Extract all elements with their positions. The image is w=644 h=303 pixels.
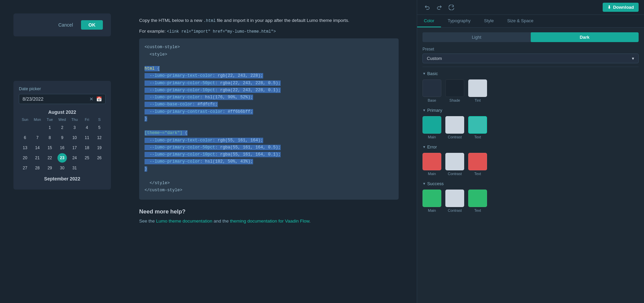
preset-select[interactable]: Custom ▾ bbox=[422, 54, 639, 63]
cal-day[interactable]: 9 bbox=[57, 133, 67, 142]
error-group: Error Main Contrast Text bbox=[422, 144, 639, 176]
swatch-error-contrast[interactable]: Contrast bbox=[445, 153, 464, 176]
code-block[interactable]: <custom-style> <style> html { --lumo-pri… bbox=[139, 38, 399, 199]
cal-day-selected[interactable]: 23 bbox=[57, 153, 67, 163]
basic-group-header: Basic bbox=[422, 71, 639, 76]
cal-day[interactable]: 3 bbox=[70, 123, 79, 132]
dark-mode-btn[interactable]: Dark bbox=[531, 32, 639, 42]
cal-day[interactable]: 12 bbox=[95, 133, 104, 142]
tab-size-space[interactable]: Size & Space bbox=[500, 15, 540, 27]
cal-day[interactable]: 4 bbox=[82, 123, 92, 132]
cal-day[interactable]: 6 bbox=[20, 133, 30, 142]
swatch-box-success-contrast bbox=[445, 190, 464, 207]
swatch-label-primary-main: Main bbox=[428, 135, 436, 139]
cal-day[interactable]: 21 bbox=[33, 153, 42, 163]
success-group: Success Main Contrast Text bbox=[422, 181, 639, 212]
basic-label: Basic bbox=[427, 71, 438, 76]
swatch-primary-contrast[interactable]: Contrast bbox=[445, 116, 464, 139]
basic-swatch-row: Base Shade Tint bbox=[422, 79, 639, 102]
cal-day[interactable]: 15 bbox=[45, 143, 54, 153]
swatch-success-contrast[interactable]: Contrast bbox=[445, 190, 464, 212]
preset-value: Custom bbox=[427, 56, 442, 61]
swatch-label-success-contrast: Contrast bbox=[448, 208, 462, 212]
cal-day[interactable]: 29 bbox=[45, 163, 54, 173]
ok-button[interactable]: OK bbox=[81, 20, 103, 30]
swatch-base[interactable]: Base bbox=[422, 79, 441, 102]
calendar-icon[interactable]: 📅 bbox=[96, 96, 102, 102]
primary-swatch-row: Main Contrast Text bbox=[422, 116, 639, 139]
tab-typography[interactable]: Typography bbox=[441, 15, 477, 27]
month-header-sep: September 2022 bbox=[19, 176, 106, 181]
preset-label: Preset bbox=[422, 47, 639, 52]
cal-day[interactable]: 31 bbox=[70, 163, 79, 173]
swatch-box-tint bbox=[468, 79, 487, 97]
cal-day[interactable]: 17 bbox=[70, 143, 79, 153]
month-header-aug: August 2022 bbox=[19, 109, 106, 115]
cal-day[interactable]: 18 bbox=[82, 143, 92, 153]
cal-day[interactable]: 13 bbox=[20, 143, 30, 153]
left-panel: Cancel OK Date picker 8/23/2022 ✕ 📅 Augu… bbox=[0, 0, 417, 303]
cal-day[interactable]: 20 bbox=[20, 153, 30, 163]
undo-button[interactable] bbox=[422, 3, 432, 12]
swatches-panel[interactable]: Basic Base Shade Tint Primary bbox=[417, 71, 644, 303]
datepicker-input[interactable]: 8/23/2022 ✕ 📅 bbox=[19, 94, 106, 104]
error-swatch-row: Main Contrast Text bbox=[422, 153, 639, 176]
days-of-week: Sun Mon Tue Wed Thu Fri S bbox=[19, 117, 106, 122]
swatch-error-text[interactable]: Text bbox=[468, 153, 487, 176]
mode-toggle: Light Dark bbox=[422, 32, 639, 42]
swatch-tint[interactable]: Tint bbox=[468, 79, 487, 102]
download-button[interactable]: ⬇ Download bbox=[603, 3, 639, 12]
chevron-down-icon: ▾ bbox=[632, 56, 634, 61]
cal-day[interactable]: 25 bbox=[82, 153, 92, 163]
redo-button[interactable] bbox=[435, 3, 444, 12]
cal-day[interactable]: 10 bbox=[70, 133, 79, 142]
light-mode-btn[interactable]: Light bbox=[422, 32, 531, 42]
swatch-box-shade bbox=[445, 79, 464, 97]
clear-icon[interactable]: ✕ bbox=[89, 96, 93, 102]
refresh-button[interactable] bbox=[447, 3, 456, 12]
cal-day[interactable]: 1 bbox=[45, 123, 54, 132]
cal-day[interactable]: 8 bbox=[45, 133, 54, 142]
cal-day[interactable]: 30 bbox=[57, 163, 67, 173]
vaadin-doc-link[interactable]: theming documentation for Vaadin Flow bbox=[230, 218, 309, 224]
cal-day[interactable]: 11 bbox=[82, 133, 92, 142]
swatch-success-main[interactable]: Main bbox=[422, 190, 441, 212]
cal-day[interactable]: 28 bbox=[33, 163, 42, 173]
swatch-label-shade: Shade bbox=[449, 98, 460, 102]
need-help-title: Need more help? bbox=[139, 208, 399, 215]
need-help-text3: . bbox=[309, 218, 311, 224]
swatch-label-error-main: Main bbox=[428, 172, 436, 176]
cal-day[interactable]: 19 bbox=[95, 143, 104, 153]
swatch-primary-main[interactable]: Main bbox=[422, 116, 441, 139]
cal-day[interactable]: 2 bbox=[57, 123, 67, 132]
cal-day[interactable]: 26 bbox=[95, 153, 104, 163]
error-group-header: Error bbox=[422, 144, 639, 149]
tab-color[interactable]: Color bbox=[417, 15, 441, 27]
cal-day[interactable]: 22 bbox=[45, 153, 54, 163]
success-swatch-row: Main Contrast Text bbox=[422, 190, 639, 212]
swatch-label-success-main: Main bbox=[428, 208, 436, 212]
cal-day[interactable]: 24 bbox=[70, 153, 79, 163]
intro-code: .html bbox=[204, 19, 216, 23]
tab-style[interactable]: Style bbox=[477, 15, 500, 27]
swatch-primary-text[interactable]: Text bbox=[468, 116, 487, 139]
basic-group: Basic Base Shade Tint bbox=[422, 71, 639, 102]
cal-day[interactable]: 27 bbox=[20, 163, 30, 173]
datepicker-value: 8/23/2022 bbox=[23, 96, 43, 102]
swatch-label-base: Base bbox=[428, 98, 436, 102]
swatch-box-success-text bbox=[468, 190, 487, 207]
swatch-box-error-main bbox=[422, 153, 441, 170]
swatch-shade[interactable]: Shade bbox=[445, 79, 464, 102]
toolbar-left bbox=[422, 3, 456, 12]
lumo-doc-link[interactable]: Lumo theme documentation bbox=[156, 218, 212, 224]
cal-day[interactable]: 7 bbox=[33, 133, 42, 142]
calendar: August 2022 Sun Mon Tue Wed Thu Fri S 1 … bbox=[19, 108, 106, 184]
cal-day[interactable]: 14 bbox=[33, 143, 42, 153]
swatch-error-main[interactable]: Main bbox=[422, 153, 441, 176]
cal-day[interactable]: 16 bbox=[57, 143, 67, 153]
swatch-success-text[interactable]: Text bbox=[468, 190, 487, 212]
datepicker-box: Date picker 8/23/2022 ✕ 📅 August 2022 Su… bbox=[13, 81, 111, 190]
cal-day[interactable]: 5 bbox=[95, 123, 104, 132]
code-scroll[interactable]: Copy the HTML below to a new .html file … bbox=[131, 10, 407, 293]
cancel-button[interactable]: Cancel bbox=[53, 20, 78, 30]
